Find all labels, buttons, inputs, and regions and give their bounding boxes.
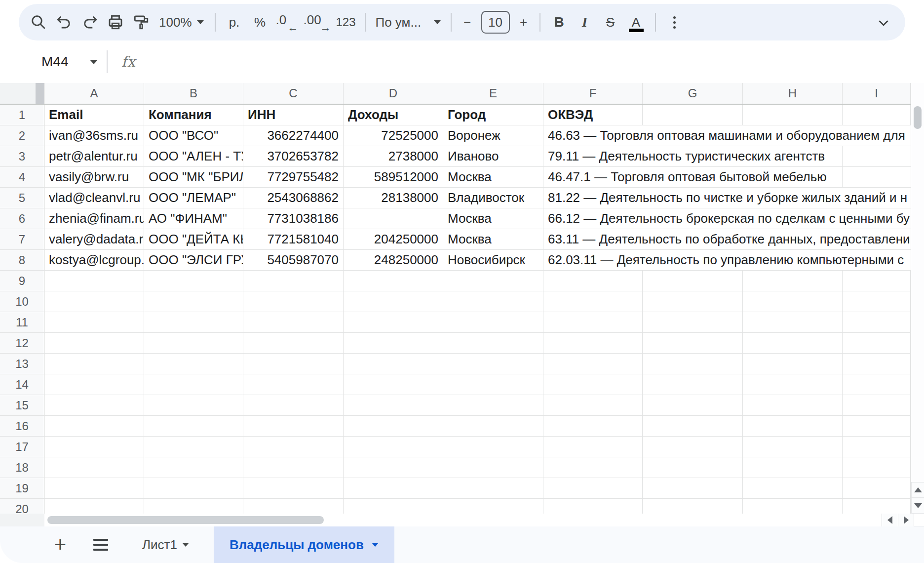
cell-A10[interactable] bbox=[44, 291, 144, 312]
cell-A11[interactable] bbox=[44, 312, 144, 332]
cell-C8[interactable]: 5405987070 bbox=[243, 250, 344, 270]
cell-C17[interactable] bbox=[243, 437, 344, 457]
cell-E20[interactable] bbox=[443, 499, 543, 514]
cell-H13[interactable] bbox=[743, 354, 843, 374]
cell-F19[interactable] bbox=[543, 478, 643, 498]
cell-C11[interactable] bbox=[243, 312, 344, 332]
cell-D12[interactable] bbox=[344, 333, 443, 353]
cell-C12[interactable] bbox=[243, 333, 344, 353]
cell-F8[interactable]: 62.03.11 — Деятельность по управлению ко… bbox=[543, 250, 911, 270]
tab-domain-owners[interactable]: Владельцы доменов bbox=[214, 526, 394, 563]
cell-H1[interactable] bbox=[743, 105, 843, 125]
cell-E6[interactable]: Москва bbox=[443, 208, 543, 229]
cell-D13[interactable] bbox=[344, 354, 443, 374]
cell-E2[interactable]: Воронеж bbox=[443, 125, 543, 146]
cell-E13[interactable] bbox=[443, 354, 543, 374]
cell-A2[interactable]: ivan@36sms.ru bbox=[44, 125, 144, 146]
font-family-select[interactable]: По ум... bbox=[372, 9, 445, 35]
cell-E8[interactable]: Новосибирск bbox=[443, 250, 543, 270]
cell-A3[interactable]: petr@alentur.ru bbox=[44, 146, 144, 166]
cell-E12[interactable] bbox=[443, 333, 543, 353]
font-size-input[interactable]: 10 bbox=[481, 11, 510, 34]
cell-I11[interactable] bbox=[843, 312, 911, 332]
column-header-F[interactable]: F bbox=[543, 83, 643, 104]
cell-A8[interactable]: kostya@lcgroup.ru bbox=[44, 250, 144, 270]
column-header-H[interactable]: H bbox=[743, 83, 843, 104]
row-header-17[interactable]: 17 bbox=[0, 437, 44, 457]
horizontal-scroll-track[interactable] bbox=[44, 514, 882, 526]
row-header-15[interactable]: 15 bbox=[0, 395, 44, 415]
scroll-down-button[interactable] bbox=[911, 498, 924, 514]
cell-D14[interactable] bbox=[344, 374, 443, 395]
cell-C4[interactable]: 7729755482 bbox=[243, 167, 344, 187]
zoom-select[interactable]: 100% bbox=[154, 9, 209, 35]
cell-I9[interactable] bbox=[843, 271, 911, 291]
cell-F14[interactable] bbox=[543, 374, 643, 395]
cell-F20[interactable] bbox=[543, 499, 643, 514]
cell-F9[interactable] bbox=[543, 271, 643, 291]
cell-I14[interactable] bbox=[843, 374, 911, 395]
cell-E11[interactable] bbox=[443, 312, 543, 332]
cell-F11[interactable] bbox=[543, 312, 643, 332]
cell-A14[interactable] bbox=[44, 374, 144, 395]
row-header-10[interactable]: 10 bbox=[0, 291, 44, 312]
add-sheet-button[interactable]: + bbox=[46, 531, 74, 559]
vertical-scroll-thumb[interactable] bbox=[914, 106, 922, 129]
scroll-up-button[interactable] bbox=[911, 482, 924, 498]
cell-G9[interactable] bbox=[643, 271, 743, 291]
cell-I13[interactable] bbox=[843, 354, 911, 374]
cell-D1[interactable]: Доходы bbox=[344, 105, 443, 125]
cell-G16[interactable] bbox=[643, 416, 743, 436]
cell-A1[interactable]: Email bbox=[44, 105, 144, 125]
cell-C3[interactable]: 3702653782 bbox=[243, 146, 344, 166]
cell-C14[interactable] bbox=[243, 374, 344, 395]
more-formats-button[interactable]: 123 bbox=[333, 9, 359, 35]
text-color-button[interactable]: A bbox=[623, 9, 649, 35]
column-header-A[interactable]: A bbox=[44, 83, 144, 104]
cell-I17[interactable] bbox=[843, 437, 911, 457]
cell-F1[interactable]: ОКВЭД bbox=[543, 105, 643, 125]
cell-D2[interactable]: 72525000 bbox=[344, 125, 443, 146]
cell-B18[interactable] bbox=[144, 457, 243, 478]
cell-D8[interactable]: 248250000 bbox=[344, 250, 443, 270]
increase-font-size-button[interactable]: + bbox=[514, 9, 534, 35]
cell-F16[interactable] bbox=[543, 416, 643, 436]
row-header-5[interactable]: 5 bbox=[0, 188, 44, 208]
cell-A4[interactable]: vasily@brw.ru bbox=[44, 167, 144, 187]
cell-F18[interactable] bbox=[543, 457, 643, 478]
cell-G10[interactable] bbox=[643, 291, 743, 312]
cell-E4[interactable]: Москва bbox=[443, 167, 543, 187]
cell-D17[interactable] bbox=[344, 437, 443, 457]
cell-D5[interactable]: 28138000 bbox=[344, 188, 443, 208]
all-sheets-button[interactable] bbox=[87, 531, 115, 559]
cell-E3[interactable]: Иваново bbox=[443, 146, 543, 166]
cell-B6[interactable]: АО "ФИНАМ" bbox=[144, 208, 243, 229]
row-header-13[interactable]: 13 bbox=[0, 354, 44, 374]
cell-H12[interactable] bbox=[743, 333, 843, 353]
column-header-I[interactable]: I bbox=[843, 83, 911, 104]
cell-C5[interactable]: 2543068862 bbox=[243, 188, 344, 208]
cell-D7[interactable]: 204250000 bbox=[344, 229, 443, 249]
cell-A19[interactable] bbox=[44, 478, 144, 498]
row-header-2[interactable]: 2 bbox=[0, 125, 44, 146]
row-header-8[interactable]: 8 bbox=[0, 250, 44, 270]
select-all-corner[interactable] bbox=[0, 83, 44, 104]
cell-B7[interactable]: ООО "ДЕЙТА КЬЮ" bbox=[144, 229, 243, 249]
scroll-left-button[interactable] bbox=[882, 514, 898, 526]
row-header-19[interactable]: 19 bbox=[0, 478, 44, 498]
column-header-D[interactable]: D bbox=[344, 83, 443, 104]
row-header-12[interactable]: 12 bbox=[0, 333, 44, 353]
row-header-14[interactable]: 14 bbox=[0, 374, 44, 395]
cell-A18[interactable] bbox=[44, 457, 144, 478]
row-header-20[interactable]: 20 bbox=[0, 499, 44, 514]
cell-C10[interactable] bbox=[243, 291, 344, 312]
cell-I19[interactable] bbox=[843, 478, 911, 498]
cell-A7[interactable]: valery@dadata.ru bbox=[44, 229, 144, 249]
cell-C13[interactable] bbox=[243, 354, 344, 374]
row-header-7[interactable]: 7 bbox=[0, 229, 44, 249]
cell-E9[interactable] bbox=[443, 271, 543, 291]
format-percent-button[interactable]: % bbox=[247, 9, 273, 35]
cell-B2[interactable]: ООО "ВСО" bbox=[144, 125, 243, 146]
cell-A5[interactable]: vlad@cleanvl.ru bbox=[44, 188, 144, 208]
cell-C9[interactable] bbox=[243, 271, 344, 291]
